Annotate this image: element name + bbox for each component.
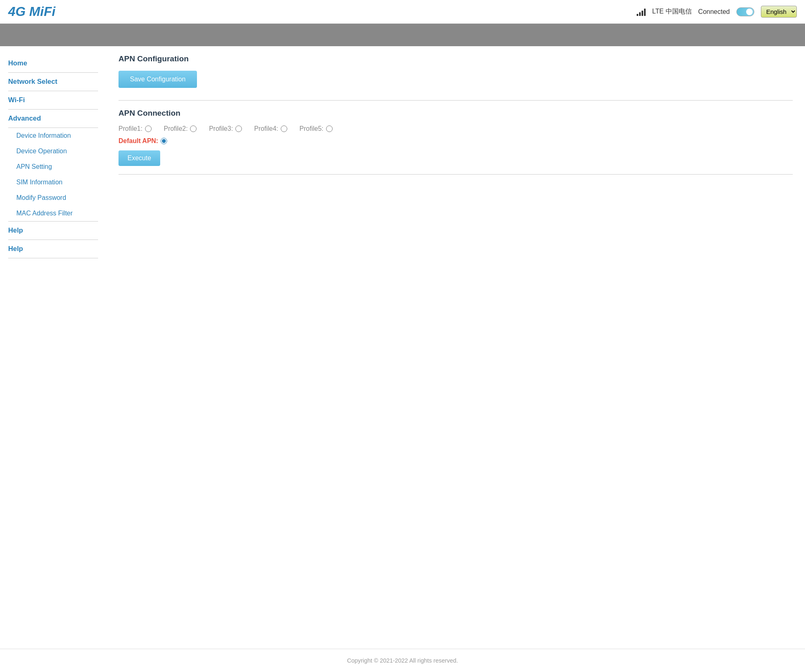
sidebar-item-help2[interactable]: Help: [8, 240, 98, 258]
language-select[interactable]: English 中文: [761, 6, 797, 18]
sidebar: Home Network Select Wi-Fi Advanced Devic…: [0, 54, 106, 641]
profile5-label: Profile5:: [300, 125, 324, 132]
sidebar-item-sim-information[interactable]: SIM Information: [8, 175, 98, 190]
apn-connection-title: APN Connection: [119, 109, 793, 118]
apn-config-title: APN Configuration: [119, 54, 793, 63]
profile2-item[interactable]: Profile2:: [164, 125, 197, 132]
footer: Copyright © 2021-2022 All rights reserve…: [0, 649, 805, 672]
sidebar-item-wifi[interactable]: Wi-Fi: [8, 91, 98, 110]
divider-2: [119, 174, 793, 175]
profiles-row: Profile1: Profile2: Profile3: Profile4: …: [119, 125, 793, 132]
sidebar-item-help1[interactable]: Help: [8, 222, 98, 240]
sidebar-item-modify-password[interactable]: Modify Password: [8, 190, 98, 206]
header-right: LTE 中国电信 Connected English 中文: [637, 6, 797, 18]
apn-connection-section: APN Connection Profile1: Profile2: Profi…: [119, 109, 793, 175]
profile4-label: Profile4:: [254, 125, 278, 132]
connected-toggle[interactable]: [736, 7, 754, 16]
signal-bar-2: [639, 12, 641, 16]
copyright-text: Copyright © 2021-2022 All rights reserve…: [347, 657, 458, 664]
apn-configuration-section: APN Configuration Save Configuration: [119, 54, 793, 101]
default-apn-radio[interactable]: [161, 138, 167, 144]
main-container: Home Network Select Wi-Fi Advanced Devic…: [0, 46, 805, 649]
profile3-label: Profile3:: [209, 125, 233, 132]
profile4-item[interactable]: Profile4:: [254, 125, 287, 132]
divider-1: [119, 100, 793, 101]
profile3-item[interactable]: Profile3:: [209, 125, 242, 132]
logo: 4G MiFi: [8, 4, 56, 19]
content-area: APN Configuration Save Configuration APN…: [106, 54, 805, 641]
profile1-item[interactable]: Profile1:: [119, 125, 152, 132]
default-apn-label: Default APN:: [119, 137, 158, 145]
sidebar-advanced-group: Device Information Device Operation APN …: [8, 128, 98, 222]
header: 4G MiFi LTE 中国电信 Connected English 中文: [0, 0, 805, 24]
sidebar-item-network-select[interactable]: Network Select: [8, 73, 98, 91]
sidebar-item-device-information[interactable]: Device Information: [8, 128, 98, 143]
profile1-label: Profile1:: [119, 125, 143, 132]
connected-label: Connected: [698, 8, 730, 16]
profile2-label: Profile2:: [164, 125, 188, 132]
signal-bar-1: [637, 14, 638, 16]
sidebar-item-home[interactable]: Home: [8, 54, 98, 73]
nav-bar: [0, 24, 805, 46]
profile1-radio[interactable]: [145, 125, 152, 132]
sidebar-item-advanced[interactable]: Advanced: [8, 110, 98, 128]
profile4-radio[interactable]: [281, 125, 287, 132]
profile5-radio[interactable]: [326, 125, 333, 132]
profile5-item[interactable]: Profile5:: [300, 125, 333, 132]
signal-bar-4: [644, 9, 646, 16]
sidebar-item-apn-setting[interactable]: APN Setting: [8, 159, 98, 175]
signal-icon: [637, 8, 646, 16]
sidebar-item-device-operation[interactable]: Device Operation: [8, 143, 98, 159]
execute-button[interactable]: Execute: [119, 150, 160, 166]
network-info: LTE 中国电信: [652, 7, 692, 16]
signal-bar-3: [642, 11, 643, 16]
save-configuration-button[interactable]: Save Configuration: [119, 71, 197, 88]
profile2-radio[interactable]: [190, 125, 197, 132]
profile3-radio[interactable]: [235, 125, 242, 132]
default-apn-row: Default APN:: [119, 137, 793, 145]
sidebar-item-mac-address-filter[interactable]: MAC Address Filter: [8, 206, 98, 221]
